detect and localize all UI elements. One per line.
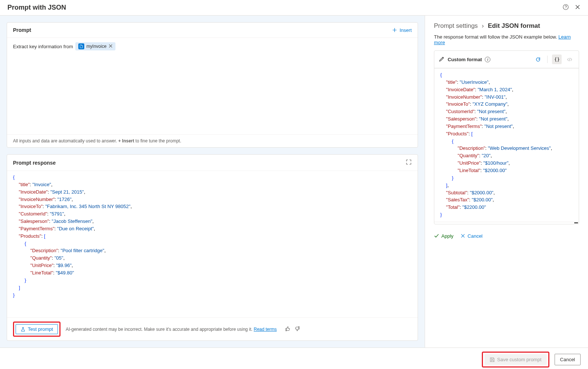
breadcrumb-leaf: Edit JSON format [488, 22, 540, 29]
help-icon[interactable] [563, 4, 569, 11]
prompt-section-title: Prompt [13, 27, 31, 33]
svg-point-1 [565, 8, 566, 9]
chip-label: myInvoice [86, 44, 107, 49]
reset-icon[interactable] [533, 55, 543, 64]
pen-icon [439, 56, 445, 63]
test-prompt-highlight: Test prompt [13, 322, 61, 337]
settings-panel: Prompt settings › Edit JSON format The r… [425, 16, 588, 347]
page-title: Prompt with JSON [7, 4, 66, 11]
save-custom-prompt-button: Save custom prompt [484, 354, 546, 365]
variable-chip[interactable]: myInvoice [75, 42, 115, 50]
settings-cancel-button[interactable]: Cancel [460, 233, 483, 239]
chevron-right-icon: › [482, 22, 484, 29]
save-highlight: Save custom prompt [482, 352, 549, 368]
custom-format-box: Custom format i { "title": "User [434, 50, 579, 224]
prompt-panel: Prompt Insert Extract key information fr… [7, 22, 418, 148]
braces-view-button[interactable] [552, 55, 562, 64]
topbar: Prompt with JSON [0, 0, 588, 16]
response-panel: Prompt response { "title": "Invoice", "I… [7, 154, 418, 341]
read-terms-link[interactable]: Read terms [254, 327, 277, 332]
prompt-input-area[interactable]: Extract key information from myInvoice [7, 38, 418, 134]
settings-description: The response format will follow the JSON… [425, 32, 588, 50]
code-view-button [565, 55, 574, 64]
thumbs-down-icon[interactable] [294, 326, 300, 333]
insert-button[interactable]: Insert [392, 27, 412, 33]
insert-label: Insert [399, 27, 412, 33]
chip-remove-icon[interactable] [109, 44, 112, 49]
thumbs-up-icon[interactable] [285, 326, 291, 333]
disclaimer-text: AI-generated content may be incorrect. M… [66, 327, 277, 332]
prompt-hint: All inputs and data are automatically us… [7, 134, 418, 147]
prompt-text: Extract key information from [13, 44, 73, 49]
breadcrumb-root[interactable]: Prompt settings [434, 22, 478, 29]
document-icon [78, 43, 84, 49]
resize-handle[interactable] [434, 222, 579, 224]
info-icon[interactable]: i [485, 57, 490, 62]
expand-icon[interactable] [406, 159, 412, 166]
custom-format-json[interactable]: { "title": "UserInvoice", "InvoiceDate":… [434, 68, 579, 222]
bottombar: Save custom prompt Cancel [0, 347, 588, 369]
apply-button[interactable]: Apply [434, 233, 454, 239]
close-icon[interactable] [575, 4, 581, 11]
breadcrumb: Prompt settings › Edit JSON format [434, 22, 579, 30]
response-section-title: Prompt response [13, 160, 56, 166]
test-prompt-button[interactable]: Test prompt [16, 324, 58, 334]
cancel-button[interactable]: Cancel [555, 354, 581, 365]
response-json: { "title": "Invoice", "InvoiceDate": "Se… [7, 171, 418, 317]
custom-format-title: Custom format [448, 57, 482, 62]
